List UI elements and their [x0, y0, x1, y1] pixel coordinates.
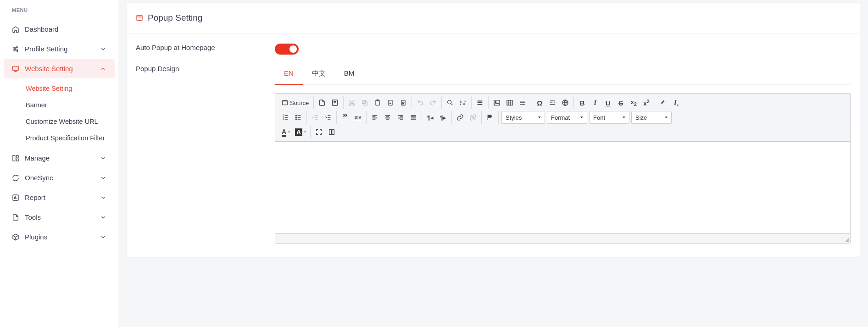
paste-text-button[interactable]: [384, 96, 397, 109]
select-all-button[interactable]: [473, 96, 486, 109]
sidebar-item-profile-setting[interactable]: Profile Setting: [4, 39, 115, 59]
table-button[interactable]: [503, 96, 516, 109]
tab-en[interactable]: EN: [275, 65, 303, 84]
special-char-button[interactable]: Ω: [533, 96, 546, 109]
sidebar-item-onesync[interactable]: OneSync: [4, 168, 115, 188]
show-blocks-button[interactable]: [325, 126, 338, 139]
sidebar-item-dashboard[interactable]: Dashboard: [4, 19, 115, 39]
svg-rect-6: [16, 159, 18, 161]
tab-zh[interactable]: 中文: [303, 65, 335, 84]
bold-button[interactable]: B: [576, 96, 589, 109]
rtl-button[interactable]: ¶▸: [437, 111, 450, 124]
svg-marker-39: [665, 116, 668, 118]
bg-color-button[interactable]: A: [294, 126, 308, 139]
styles-select[interactable]: Styles: [501, 111, 545, 124]
align-left-button[interactable]: [368, 111, 381, 124]
copy-format-button[interactable]: [657, 96, 670, 109]
superscript-button[interactable]: x2: [640, 96, 653, 109]
sub-item-customize-url[interactable]: Customize Website URL: [4, 113, 115, 130]
sidebar-item-label: Dashboard: [25, 25, 58, 33]
hr-button[interactable]: [516, 96, 529, 109]
chevron-down-icon: [100, 234, 106, 240]
monitor-icon: [12, 65, 19, 72]
chevron-down-icon: [100, 46, 106, 52]
chart-icon: [12, 194, 19, 201]
tab-bm[interactable]: BM: [335, 65, 364, 84]
resize-handle[interactable]: [845, 238, 849, 242]
italic-button[interactable]: I: [589, 96, 601, 109]
sidebar-item-report[interactable]: Report: [4, 188, 115, 207]
sidebar-item-label: OneSync: [25, 174, 53, 182]
popup-setting-card: Popup Setting Auto Popup at Homepage Pop…: [127, 3, 860, 257]
svg-point-11: [349, 104, 351, 105]
sub-item-website-setting[interactable]: Website Setting: [4, 80, 115, 97]
sidebar-item-manage[interactable]: Manage: [4, 148, 115, 168]
svg-rect-27: [507, 100, 512, 105]
editor-body[interactable]: [275, 142, 850, 233]
page-break-button[interactable]: [546, 96, 559, 109]
align-right-button[interactable]: [394, 111, 407, 124]
language-tabs: EN 中文 BM: [275, 65, 851, 85]
format-select[interactable]: Format: [547, 111, 587, 124]
paste-word-button[interactable]: [397, 96, 410, 109]
ltr-button[interactable]: ¶◂: [424, 111, 437, 124]
sidebar-item-website-setting[interactable]: Website Setting: [4, 59, 115, 78]
strike-button[interactable]: S: [614, 96, 627, 109]
copy-button[interactable]: [358, 96, 371, 109]
anchor-button[interactable]: [484, 111, 496, 124]
font-select-label: Font: [593, 114, 605, 121]
blockquote-button[interactable]: ”: [339, 111, 351, 124]
unlink-button[interactable]: [467, 111, 479, 124]
sidebar-sub-items: Website Setting Banner Customize Website…: [4, 78, 115, 148]
format-select-label: Format: [551, 114, 570, 121]
sub-item-product-spec-filter[interactable]: Product Specification Filter: [4, 130, 115, 146]
sidebar-item-plugins[interactable]: Plugins: [4, 227, 115, 247]
align-center-button[interactable]: [381, 111, 394, 124]
svg-rect-43: [332, 130, 334, 135]
svg-rect-22: [478, 100, 483, 101]
iframe-button[interactable]: [559, 96, 572, 109]
sidebar-item-tools[interactable]: Tools: [4, 207, 115, 227]
numbered-list-button[interactable]: 123: [279, 111, 292, 124]
svg-rect-4: [13, 155, 15, 161]
underline-button[interactable]: U: [601, 96, 614, 109]
replace-button[interactable]: bà: [456, 96, 469, 109]
remove-format-button[interactable]: Ix: [670, 96, 683, 109]
cut-button[interactable]: [345, 96, 358, 109]
source-button[interactable]: Source: [279, 96, 312, 109]
templates-button[interactable]: [328, 96, 341, 109]
svg-point-0: [16, 46, 17, 48]
chevron-down-icon: [100, 175, 106, 181]
align-justify-button[interactable]: [407, 111, 420, 124]
sidebar-item-label: Website Setting: [25, 65, 73, 72]
link-button[interactable]: [454, 111, 467, 124]
rich-text-editor: Source: [275, 93, 851, 244]
maximize-button[interactable]: [312, 126, 325, 139]
sub-item-banner[interactable]: Banner: [4, 97, 115, 113]
svg-rect-24: [478, 104, 483, 105]
chevron-up-icon: [100, 66, 106, 72]
text-color-button[interactable]: A: [279, 126, 294, 139]
subscript-button[interactable]: x2: [627, 96, 640, 109]
redo-button[interactable]: [427, 96, 440, 109]
undo-button[interactable]: [414, 96, 427, 109]
indent-button[interactable]: [322, 111, 334, 124]
chevron-down-icon: [100, 155, 106, 161]
image-button[interactable]: [490, 96, 503, 109]
auto-popup-toggle[interactable]: [275, 44, 299, 55]
size-select[interactable]: Size: [631, 111, 672, 124]
chevron-down-icon: [100, 214, 106, 221]
find-button[interactable]: [444, 96, 456, 109]
bullet-list-button[interactable]: [292, 111, 305, 124]
svg-rect-3: [12, 66, 18, 70]
paste-button[interactable]: [371, 96, 384, 109]
font-select[interactable]: Font: [589, 111, 629, 124]
sidebar-item-label: Profile Setting: [25, 45, 67, 53]
outdent-button[interactable]: [309, 111, 322, 124]
chevron-down-icon: [100, 194, 106, 201]
sidebar: MENU Dashboard Profile Setting Website S…: [0, 0, 118, 327]
window-icon: [136, 14, 143, 22]
div-button[interactable]: DIV: [351, 111, 364, 124]
svg-text:à: à: [463, 102, 465, 105]
new-page-button[interactable]: [316, 96, 328, 109]
